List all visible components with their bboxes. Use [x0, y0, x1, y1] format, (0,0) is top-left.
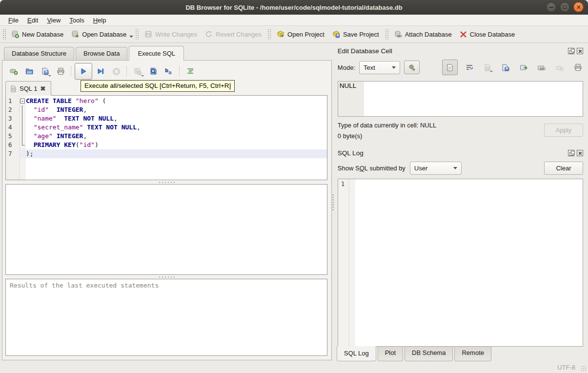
open-sql-file-button[interactable]: [22, 64, 37, 78]
new-sql-tab-button[interactable]: [6, 64, 21, 78]
filter-label: Show SQL submitted by: [338, 165, 406, 172]
new-database-button[interactable]: New Database: [7, 28, 67, 40]
log-source-select[interactable]: User: [410, 162, 462, 175]
editor-line[interactable]: 6 PRIMARY KEY("id"): [6, 141, 327, 149]
apply-button[interactable]: Apply: [544, 124, 583, 137]
set-null-button[interactable]: [553, 61, 566, 74]
print-icon: [574, 63, 582, 71]
results-placeholder: Results of the last executed statements: [10, 282, 159, 289]
main-area: Database Structure Browse Data Execute S…: [0, 43, 588, 361]
toolbar-grip[interactable]: [2, 29, 6, 40]
app-window: DB Browser for SQLite - /home/user/code/…: [0, 0, 588, 373]
toolbar-separator: [126, 66, 127, 76]
splitter-handle[interactable]: [5, 275, 327, 279]
menu-file[interactable]: File: [4, 16, 23, 25]
tab-database-structure[interactable]: Database Structure: [4, 47, 74, 60]
find-button[interactable]: [146, 64, 161, 78]
results-message-pane[interactable]: Results of the last executed statements: [5, 279, 327, 356]
splitter-dots-icon: [158, 276, 175, 278]
format-sql-button[interactable]: [183, 64, 198, 78]
save-project-button[interactable]: Save Project: [328, 28, 383, 40]
execute-line-button[interactable]: [93, 64, 108, 78]
database-close-icon: [460, 31, 467, 38]
sql-editor[interactable]: 1CREATE TABLE "hero" (2 "id" INTEGER,3 "…: [5, 95, 327, 180]
minimize-button[interactable]: [546, 2, 556, 12]
close-dock-icon[interactable]: [577, 48, 583, 54]
save-sql-file-icon: [41, 67, 49, 75]
close-dock-icon[interactable]: [577, 150, 583, 156]
text-mode-button[interactable]: [442, 60, 458, 75]
encoding-indicator[interactable]: UTF-8: [557, 364, 575, 371]
revert-changes-button[interactable]: Revert Changes: [201, 28, 265, 40]
main-tab-bar: Database Structure Browse Data Execute S…: [2, 45, 332, 60]
editor-line[interactable]: 2 "id" INTEGER,: [6, 105, 327, 114]
fold-margin: [19, 114, 26, 123]
open-in-app-button[interactable]: [517, 61, 530, 74]
write-changes-label: Write Changes: [155, 31, 197, 38]
tab-execute-sql[interactable]: Execute SQL: [129, 46, 184, 61]
line-number: 6: [6, 141, 19, 149]
close-database-button[interactable]: Close Database: [456, 29, 519, 40]
fold-marker-icon[interactable]: [19, 97, 26, 105]
export-cell-button[interactable]: [499, 61, 512, 74]
database-new-icon: [11, 30, 19, 38]
sql-document-tab[interactable]: SQL 1 ✖: [5, 81, 51, 96]
word-wrap-button[interactable]: [463, 61, 476, 74]
attach-database-button[interactable]: Attach Database: [390, 28, 456, 40]
save-sql-file-button[interactable]: [38, 64, 52, 78]
float-dock-icon[interactable]: [568, 48, 574, 54]
import-cell-button[interactable]: [481, 61, 494, 74]
editor-line[interactable]: 1CREATE TABLE "hero" (: [6, 97, 327, 105]
menu-tools[interactable]: Tools: [65, 16, 88, 25]
write-changes-button[interactable]: Write Changes: [141, 28, 201, 40]
close-button[interactable]: [573, 2, 584, 12]
copy-link-button[interactable]: [535, 61, 548, 74]
menu-view[interactable]: View: [42, 16, 65, 25]
print-sql-button[interactable]: [53, 64, 68, 78]
resize-grip-icon[interactable]: [581, 366, 587, 372]
results-grid[interactable]: [5, 184, 327, 275]
code-text: );: [26, 149, 327, 158]
tooltip: Execute all/selected SQL [Ctrl+Return, F…: [81, 80, 235, 92]
editor-line[interactable]: 4 "secret_name" TEXT NOT NULL,: [6, 123, 327, 132]
edit-cell-header: Edit Database Cell: [336, 45, 584, 57]
save-results-button[interactable]: [130, 64, 145, 78]
stop-button[interactable]: [109, 64, 123, 78]
new-database-label: New Database: [22, 31, 63, 38]
print-cell-button[interactable]: [571, 61, 584, 74]
tab-browse-data[interactable]: Browse Data: [76, 47, 127, 60]
splitter-handle[interactable]: [5, 180, 327, 184]
close-icon: [576, 5, 581, 9]
execute-all-button[interactable]: [75, 63, 92, 80]
code-text: PRIMARY KEY("id"): [26, 141, 327, 149]
cell-value-editor[interactable]: NULL: [338, 81, 583, 117]
float-dock-icon[interactable]: [568, 150, 574, 156]
menu-help[interactable]: Help: [89, 16, 111, 25]
tab-sql-log[interactable]: SQL Log: [337, 346, 376, 361]
sql-tab-close-icon[interactable]: ✖: [40, 86, 45, 91]
execute-all-icon: [80, 67, 87, 75]
open-database-button[interactable]: Open Database: [67, 28, 130, 40]
tab-db-schema[interactable]: DB Schema: [405, 347, 453, 361]
auto-mode-button[interactable]: [404, 61, 420, 74]
open-project-button[interactable]: Open Project: [273, 28, 328, 40]
editor-line[interactable]: 3 "name" TEXT NOT NULL,: [6, 114, 327, 123]
editor-line[interactable]: 5 "age" INTEGER,: [6, 132, 327, 141]
window-title: DB Browser for SQLite - /home/user/code/…: [185, 4, 402, 11]
open-database-dropdown-caret-icon[interactable]: [129, 36, 133, 38]
menu-edit[interactable]: Edit: [23, 16, 42, 25]
autocomplete-button[interactable]: b a: [162, 64, 176, 78]
maximize-button[interactable]: [560, 2, 570, 12]
mode-select[interactable]: Text: [359, 61, 400, 74]
tab-remote[interactable]: Remote: [454, 347, 491, 361]
sql-tab-label: SQL 1: [20, 85, 37, 92]
tab-plot[interactable]: Plot: [378, 347, 403, 361]
execute-sql-pane: b a: [2, 60, 332, 360]
sql-log-editor[interactable]: 1: [338, 179, 583, 347]
toolbar-separator: [179, 66, 180, 76]
cell-size-info: 0 byte(s): [338, 132, 436, 140]
clear-log-button[interactable]: Clear: [544, 162, 583, 175]
editor-line[interactable]: 7);: [6, 149, 327, 158]
window-controls: [546, 2, 584, 12]
print-icon: [57, 67, 65, 75]
